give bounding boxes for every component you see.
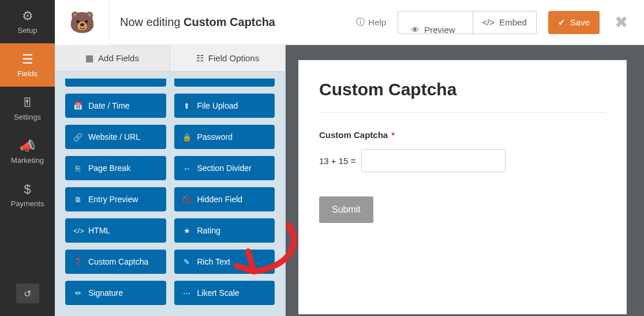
edit-icon: ✎	[182, 258, 192, 266]
plus-panel-icon: ▦	[85, 53, 93, 64]
topbar: 🐻 Now editing Custom Captcha ⓘ Help 👁 Pr…	[55, 0, 644, 45]
submit-label: Submit	[332, 205, 361, 214]
lock-icon: 🔒	[182, 133, 192, 142]
nav-setup-label: Setup	[18, 26, 38, 35]
editing-prefix: Now editing	[120, 16, 184, 28]
nav-marketing-label: Marketing	[11, 156, 44, 165]
close-button[interactable]: ✖	[610, 13, 632, 32]
help-icon: ⓘ	[356, 17, 365, 28]
field-label: Page Break	[88, 163, 130, 173]
nav-fields-label: Fields	[17, 69, 38, 78]
field-label: Rating	[197, 226, 220, 235]
history-icon: ↺	[24, 288, 31, 299]
history-button[interactable]: ↺	[16, 284, 39, 303]
field-stub	[65, 79, 166, 87]
field-stub	[174, 79, 275, 87]
sliders-small-icon: ☷	[196, 53, 204, 64]
field-label: HTML	[88, 226, 110, 235]
field-page-break[interactable]: ⎘Page Break	[65, 156, 166, 180]
save-button[interactable]: ✔ Save	[548, 11, 600, 34]
page-title: Now editing Custom Captcha	[120, 16, 275, 29]
list-icon: ☰	[22, 52, 33, 67]
upload-icon: ⬆	[182, 102, 192, 110]
bullhorn-icon: 📣	[20, 139, 35, 154]
form-preview-area: Custom Captcha Custom Captcha * 13 + 15 …	[286, 45, 644, 316]
preview-button[interactable]: 👁 Preview	[398, 11, 473, 34]
field-label: Section Divider	[197, 163, 252, 173]
app-logo: 🐻	[55, 0, 110, 45]
document-icon: 🗎	[73, 195, 83, 204]
field-label: Entry Preview	[88, 195, 138, 204]
field-label: Custom Captcha	[88, 257, 148, 266]
field-hidden[interactable]: 🚫Hidden Field	[174, 187, 275, 211]
field-html[interactable]: </>HTML	[65, 218, 166, 243]
page-break-icon: ⎘	[73, 164, 83, 173]
field-label: Signature	[88, 288, 123, 298]
field-password[interactable]: 🔒Password	[174, 125, 275, 149]
help-link[interactable]: ⓘ Help	[356, 17, 386, 28]
field-date-time[interactable]: 📅Date / Time	[65, 94, 166, 118]
captcha-field-label: Custom Captcha *	[319, 130, 606, 140]
editing-form-name: Custom Captcha	[184, 16, 275, 28]
close-icon: ✖	[615, 13, 628, 31]
embed-button[interactable]: </> Embed	[473, 11, 537, 34]
field-website-url[interactable]: 🔗Website / URL	[65, 125, 166, 149]
required-mark: *	[391, 130, 395, 140]
nav-payments[interactable]: $ Payments	[0, 173, 55, 217]
question-icon: ❓	[73, 258, 83, 266]
help-label: Help	[368, 17, 386, 27]
nav-setup[interactable]: ⚙ Setup	[0, 0, 55, 43]
field-label: Date / Time	[88, 101, 130, 110]
captcha-question: 13 + 15 =	[319, 156, 355, 166]
tab-field-options[interactable]: ☷ Field Options	[170, 45, 285, 71]
field-label: Likert Scale	[197, 288, 239, 298]
save-label: Save	[570, 17, 590, 27]
star-icon: ★	[182, 226, 192, 235]
field-file-upload[interactable]: ⬆File Upload	[174, 94, 275, 118]
code-icon: </>	[73, 226, 83, 235]
eye-icon: 👁	[411, 25, 420, 35]
dollar-icon: $	[24, 182, 31, 197]
sliders-icon: 🎚	[21, 95, 34, 110]
check-icon: ✔	[558, 17, 566, 28]
grid-icon: ⋯	[182, 289, 192, 298]
field-likert[interactable]: ⋯Likert Scale	[174, 281, 275, 305]
field-custom-captcha[interactable]: ❓Custom Captcha	[65, 250, 166, 274]
field-entry-preview[interactable]: 🗎Entry Preview	[65, 187, 166, 211]
field-label: Rich Text	[197, 257, 230, 266]
field-label: File Upload	[197, 101, 238, 110]
field-label-text: Custom Captcha	[319, 130, 388, 140]
eye-slash-icon: 🚫	[182, 195, 192, 204]
tab-add-fields-label: Add Fields	[98, 53, 139, 63]
pencil-icon: ✏	[73, 289, 83, 298]
field-label: Hidden Field	[197, 195, 243, 204]
nav-marketing[interactable]: 📣 Marketing	[0, 130, 55, 173]
field-section-divider[interactable]: ↔Section Divider	[174, 156, 275, 180]
field-label: Website / URL	[88, 132, 140, 142]
divider-icon: ↔	[182, 164, 192, 173]
bear-logo-icon: 🐻	[69, 10, 95, 35]
captcha-input[interactable]	[361, 149, 506, 172]
form-title: Custom Captcha	[319, 80, 606, 113]
gear-icon: ⚙	[22, 9, 33, 24]
code-icon: </>	[482, 17, 495, 27]
calendar-icon: 📅	[73, 102, 83, 110]
link-icon: 🔗	[73, 133, 83, 142]
tab-field-options-label: Field Options	[208, 53, 259, 63]
preview-label: Preview	[424, 25, 455, 35]
nav-settings-label: Settings	[14, 113, 41, 121]
embed-label: Embed	[499, 17, 527, 27]
nav-settings[interactable]: 🎚 Settings	[0, 87, 55, 130]
submit-button[interactable]: Submit	[319, 196, 373, 223]
nav-payments-label: Payments	[11, 199, 44, 208]
field-rating[interactable]: ★Rating	[174, 218, 275, 243]
field-rich-text[interactable]: ✎Rich Text	[174, 250, 275, 274]
fields-sidebar: ▦ Add Fields ☷ Field Options 📅Date / Tim…	[55, 45, 286, 316]
form-card: Custom Captcha Custom Captcha * 13 + 15 …	[298, 60, 627, 314]
nav-fields[interactable]: ☰ Fields	[0, 43, 55, 87]
tab-add-fields[interactable]: ▦ Add Fields	[55, 45, 170, 71]
field-signature[interactable]: ✏Signature	[65, 281, 166, 305]
field-label: Password	[197, 132, 233, 142]
